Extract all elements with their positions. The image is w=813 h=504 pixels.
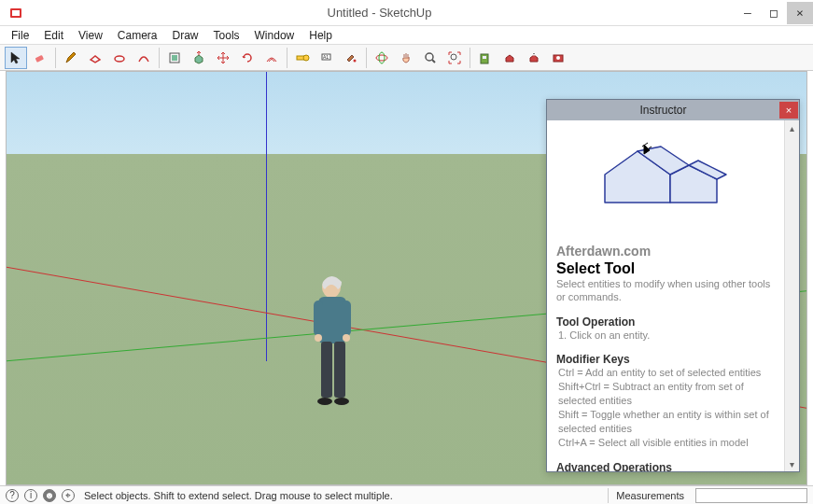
scroll-down-icon[interactable]: ▾ [785, 456, 799, 471]
menu-file[interactable]: File [4, 27, 36, 44]
orbit-icon[interactable] [371, 47, 393, 69]
instructor-mk-item: Ctrl = Add an entity to set of selected … [558, 366, 775, 380]
zoom-icon[interactable] [419, 47, 442, 69]
pencil-icon[interactable] [60, 47, 82, 69]
rect-icon[interactable] [84, 47, 106, 69]
pan-icon[interactable] [395, 47, 417, 69]
svg-point-19 [556, 56, 560, 60]
menu-edit[interactable]: Edit [36, 27, 71, 44]
svg-rect-22 [314, 301, 323, 336]
statusbar-icons: ? i ☻ ⌖ [6, 489, 75, 502]
toolbar: A1 [0, 45, 813, 71]
toolbar-divider [366, 48, 367, 68]
paint-icon[interactable] [340, 47, 362, 69]
offset-icon[interactable] [260, 47, 283, 69]
svg-text:A1: A1 [323, 54, 329, 60]
measurements-label: Measurements [608, 488, 692, 503]
menu-camera[interactable]: Camera [110, 27, 165, 44]
menu-draw[interactable]: Draw [165, 27, 206, 44]
statusbar: ? i ☻ ⌖ Select objects. Shift to extend … [0, 485, 813, 504]
instructor-desc: Select entities to modify when using oth… [556, 277, 775, 304]
svg-rect-26 [321, 342, 332, 398]
menu-help[interactable]: Help [301, 27, 340, 44]
geo-icon[interactable]: ⌖ [62, 489, 75, 502]
extensions-icon[interactable] [547, 47, 569, 69]
menu-view[interactable]: View [71, 27, 110, 44]
share-model-icon[interactable] [523, 47, 545, 69]
select-tool-icon[interactable] [5, 47, 27, 69]
toolbar-divider [55, 48, 56, 68]
help-icon[interactable]: ? [6, 489, 19, 502]
make-component-icon[interactable] [163, 47, 186, 69]
app-icon [9, 6, 24, 21]
toolbar-divider [159, 48, 160, 68]
toolbar-divider [287, 48, 287, 68]
toolbar-divider [470, 48, 470, 68]
warehouse-icon[interactable] [474, 47, 497, 69]
instructor-tool-name: Select Tool [556, 260, 775, 277]
rotate-icon[interactable] [236, 47, 259, 69]
instructor-mk-item: Shift = Toggle whether an entity is with… [558, 408, 775, 436]
window-controls: – □ × [735, 2, 813, 24]
instructor-mk-heading: Modifier Keys [556, 353, 775, 366]
svg-rect-1 [12, 10, 20, 16]
svg-rect-27 [334, 342, 345, 398]
svg-point-3 [115, 56, 124, 62]
instructor-close-icon[interactable]: × [779, 102, 798, 119]
svg-point-11 [376, 55, 387, 61]
tape-icon[interactable] [291, 47, 314, 69]
window-title: Untitled - SketchUp [24, 6, 735, 20]
svg-point-28 [317, 398, 332, 405]
svg-point-12 [379, 52, 385, 63]
instructor-titlebar[interactable]: Instructor × [547, 100, 799, 120]
info-icon[interactable]: i [24, 489, 37, 502]
minimize-button[interactable]: – [735, 2, 761, 24]
instructor-brand: Afterdawn.com [556, 244, 775, 259]
instructor-panel: Instructor × Afterdawn.com Select Tool S… [546, 99, 800, 472]
svg-point-7 [303, 55, 309, 61]
circle-icon[interactable] [108, 47, 131, 69]
axis-blue [266, 72, 267, 361]
instructor-op-item: 1. Click on an entity. [558, 329, 775, 343]
scale-figure[interactable] [301, 273, 366, 441]
menubar: File Edit View Camera Draw Tools Window … [0, 26, 813, 45]
menu-window[interactable]: Window [247, 27, 302, 44]
user-icon[interactable]: ☻ [43, 489, 56, 502]
status-hint: Select objects. Shift to extend select. … [84, 490, 393, 501]
svg-point-10 [354, 59, 357, 62]
svg-rect-2 [35, 54, 44, 62]
zoom-extents-icon[interactable] [443, 47, 466, 69]
instructor-adv-heading: Advanced Operations [556, 461, 775, 472]
maximize-button[interactable]: □ [761, 2, 787, 24]
svg-rect-17 [483, 56, 486, 59]
measurements-input[interactable] [695, 488, 807, 503]
instructor-body: Afterdawn.com Select Tool Select entitie… [547, 120, 784, 471]
menu-tools[interactable]: Tools [206, 27, 247, 44]
svg-point-25 [343, 334, 350, 342]
close-button[interactable]: × [787, 2, 813, 24]
svg-point-15 [451, 54, 456, 60]
titlebar: Untitled - SketchUp – □ × [0, 0, 813, 26]
instructor-graphic [556, 128, 775, 240]
svg-point-13 [426, 53, 433, 61]
arc-icon[interactable] [133, 47, 155, 69]
instructor-mk-item: Ctrl+A = Select all visible entities in … [558, 436, 775, 450]
scroll-up-icon[interactable]: ▴ [785, 120, 799, 135]
text-icon[interactable]: A1 [315, 47, 338, 69]
get-models-icon[interactable] [498, 47, 521, 69]
pushpull-icon[interactable] [188, 47, 210, 69]
instructor-scrollbar[interactable]: ▴ ▾ [784, 120, 799, 471]
svg-point-24 [315, 334, 322, 342]
instructor-title: Instructor [547, 104, 779, 117]
svg-rect-5 [172, 55, 177, 61]
eraser-icon[interactable] [29, 47, 51, 69]
instructor-op-heading: Tool Operation [556, 315, 775, 329]
svg-point-29 [334, 398, 349, 405]
move-icon[interactable] [212, 47, 234, 69]
instructor-mk-item: Shift+Ctrl = Subtract an entity from set… [558, 380, 775, 408]
svg-line-14 [432, 60, 435, 63]
svg-rect-23 [342, 301, 351, 336]
